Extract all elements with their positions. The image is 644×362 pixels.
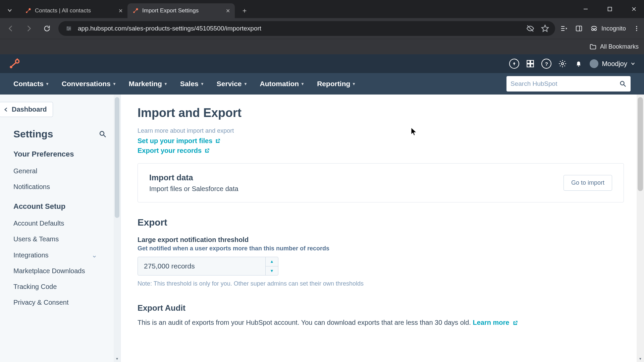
eye-off-icon[interactable]	[526, 24, 534, 33]
link-export-records[interactable]: Export your records	[138, 147, 624, 155]
settings-gear-icon[interactable]	[557, 59, 568, 69]
svg-line-5	[135, 10, 137, 12]
help-icon[interactable]: ?	[541, 59, 551, 69]
chevron-down-icon: ▾	[113, 81, 115, 86]
stepper-down-button[interactable]: ▼	[266, 266, 278, 276]
svg-point-10	[68, 29, 69, 31]
audit-learn-more-link[interactable]: Learn more	[473, 319, 518, 326]
tab-strip: Contacts | All contacts ✕ Import Export …	[18, 0, 250, 18]
svg-rect-24	[514, 64, 515, 65]
svg-point-33	[100, 131, 104, 135]
address-bar[interactable]: app.hubspot.com/sales-products-settings/…	[58, 21, 555, 36]
browser-menu-button[interactable]	[633, 25, 640, 32]
all-bookmarks-button[interactable]: All Bookmarks	[589, 43, 639, 51]
link-setup-import-files[interactable]: Set up your import files	[138, 137, 624, 145]
nav-label: Automation	[260, 80, 299, 88]
scroll-down-icon[interactable]: ▾	[637, 355, 644, 362]
sidebar-item-general[interactable]: General	[0, 163, 107, 179]
tab-contacts[interactable]: Contacts | All contacts ✕	[20, 3, 127, 18]
tab-import-export[interactable]: Import Export Settings ✕	[127, 3, 235, 18]
sidebar-item-account-defaults[interactable]: Account Defaults	[0, 216, 107, 231]
bookmarks-bar: All Bookmarks	[0, 39, 644, 54]
nav-contacts[interactable]: Contacts▾	[13, 80, 48, 88]
svg-point-14	[592, 28, 594, 31]
sidebar-scrollbar[interactable]: ▴ ▾	[114, 95, 120, 362]
nav-label: Marketing	[129, 80, 162, 88]
sidebar-item-label: Users & Teams	[13, 235, 59, 243]
sidebar-item-users-teams[interactable]: Users & Teams	[0, 231, 107, 247]
stepper-up-button[interactable]: ▲	[266, 257, 278, 266]
new-tab-button[interactable]: ＋	[239, 5, 250, 16]
threshold-value[interactable]: 275,000 records	[138, 257, 265, 275]
sidebar-item-notifications[interactable]: Notifications	[0, 179, 107, 195]
tab-close-button[interactable]: ✕	[118, 8, 123, 14]
sidebar-item-marketplace-downloads[interactable]: Marketplace Downloads	[0, 263, 107, 279]
nav-forward-button[interactable]	[22, 22, 36, 35]
browser-titlebar: Contacts | All contacts ✕ Import Export …	[0, 0, 644, 18]
nav-marketing[interactable]: Marketing▾	[129, 80, 167, 88]
svg-point-19	[636, 30, 637, 31]
media-control-icon[interactable]	[560, 24, 568, 33]
svg-point-17	[636, 26, 637, 27]
tab-search-button[interactable]	[4, 5, 15, 16]
nav-reload-button[interactable]	[40, 22, 54, 35]
site-settings-icon[interactable]	[64, 24, 73, 33]
nav-service[interactable]: Service▾	[217, 80, 247, 88]
nav-label: Conversations	[62, 80, 111, 88]
window-maximize-button[interactable]	[602, 4, 617, 14]
sidebar-item-integrations[interactable]: Integrations⌄	[0, 247, 107, 263]
settings-sidebar: Dashboard Settings Your Preferences Gene…	[0, 95, 121, 362]
chevron-down-icon: ▾	[353, 81, 355, 86]
back-to-dashboard-button[interactable]: Dashboard	[0, 102, 53, 117]
svg-point-31	[621, 81, 624, 85]
link-label: Export your records	[138, 147, 202, 155]
go-to-import-button[interactable]: Go to import	[564, 175, 612, 191]
account-menu[interactable]: Moodjoy	[590, 59, 635, 68]
nav-label: Reporting	[317, 80, 350, 88]
nav-automation[interactable]: Automation▾	[260, 80, 304, 88]
nav-reporting[interactable]: Reporting▾	[317, 80, 355, 88]
incognito-label: Incognito	[601, 25, 626, 32]
hubspot-topbar: ? Moodjoy	[0, 54, 644, 73]
export-audit-heading: Export Audit	[138, 303, 624, 313]
upgrade-icon[interactable]	[509, 59, 519, 69]
sidebar-item-label: Privacy & Consent	[13, 299, 69, 306]
hubspot-logo-icon[interactable]	[9, 58, 20, 69]
chevron-down-icon: ▾	[165, 81, 167, 86]
marketplace-icon[interactable]	[525, 59, 535, 69]
nav-conversations[interactable]: Conversations▾	[62, 80, 115, 88]
threshold-stepper[interactable]: 275,000 records ▲ ▼	[138, 257, 278, 276]
svg-point-20	[10, 66, 12, 68]
bookmark-star-icon[interactable]	[541, 24, 549, 33]
account-name: Moodjoy	[602, 60, 627, 68]
threshold-note: Note: This threshold is only for you. Ot…	[138, 280, 624, 287]
settings-heading: Settings	[13, 128, 53, 140]
settings-search-icon[interactable]	[99, 130, 107, 138]
nav-sales[interactable]: Sales▾	[180, 80, 203, 88]
import-data-panel: Import data Import files or Salesforce d…	[138, 163, 624, 202]
chevron-down-icon: ⌄	[92, 251, 97, 259]
notifications-bell-icon[interactable]	[574, 59, 584, 69]
link-label: Learn more	[473, 319, 509, 326]
search-icon[interactable]	[619, 80, 627, 87]
chevron-down-icon: ▾	[245, 81, 247, 86]
sidebar-item-tracking-code[interactable]: Tracking Code	[0, 279, 107, 295]
scrollbar-thumb[interactable]	[638, 97, 643, 191]
sidebar-item-label: Tracking Code	[13, 283, 57, 291]
sidebar-item-privacy-consent[interactable]: Privacy & Consent	[0, 295, 107, 310]
nav-back-button[interactable]	[4, 22, 17, 35]
side-panel-icon[interactable]	[575, 25, 583, 32]
scroll-down-icon[interactable]: ▾	[114, 355, 120, 362]
search-input[interactable]	[511, 80, 619, 87]
main-scrollbar[interactable]: ▴ ▾	[637, 95, 644, 362]
sidebar-item-label: Marketplace Downloads	[13, 267, 85, 275]
incognito-indicator[interactable]: Incognito	[590, 24, 626, 33]
window-minimize-button[interactable]	[578, 4, 593, 14]
nav-label: Contacts	[13, 80, 44, 88]
tab-close-button[interactable]: ✕	[226, 8, 230, 14]
window-close-button[interactable]	[627, 4, 641, 14]
global-search[interactable]	[506, 76, 631, 92]
scrollbar-thumb[interactable]	[115, 97, 119, 218]
svg-point-29	[561, 63, 564, 65]
chevron-down-icon	[631, 61, 635, 66]
